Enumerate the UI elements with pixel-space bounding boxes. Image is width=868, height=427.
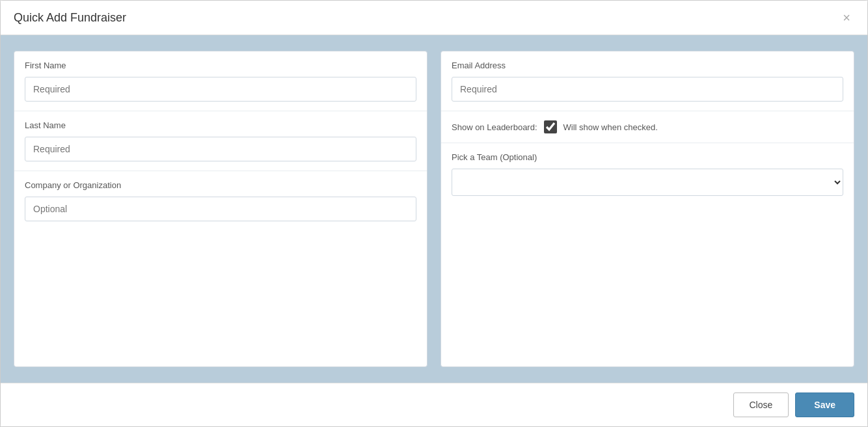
close-button[interactable]: Close	[733, 393, 789, 417]
email-field: Email Address	[441, 51, 854, 111]
company-input[interactable]	[25, 197, 416, 221]
leaderboard-row: Show on Leaderboard: Will show when chec…	[441, 111, 854, 143]
company-field: Company or Organization	[14, 171, 427, 230]
save-button[interactable]: Save	[795, 393, 854, 417]
first-name-input[interactable]	[25, 77, 416, 102]
company-label: Company or Organization	[25, 180, 416, 190]
first-name-field: First Name	[14, 51, 427, 111]
dialog-body: First Name Last Name Company or Organiza…	[1, 35, 867, 383]
last-name-label: Last Name	[25, 120, 416, 130]
left-panel: First Name Last Name Company or Organiza…	[14, 51, 427, 367]
last-name-input[interactable]	[25, 137, 416, 161]
email-input[interactable]	[452, 77, 843, 102]
quick-add-fundraiser-dialog: Quick Add Fundraiser × First Name Last N…	[0, 0, 868, 427]
leaderboard-hint: Will show when checked.	[563, 122, 658, 132]
dialog-footer: Close Save	[1, 383, 867, 426]
team-field: Pick a Team (Optional)	[441, 143, 854, 205]
dialog-header: Quick Add Fundraiser ×	[1, 1, 867, 35]
leaderboard-label: Show on Leaderboard:	[452, 122, 537, 132]
team-select[interactable]	[452, 169, 843, 196]
right-panel: Email Address Show on Leaderboard: Will …	[441, 51, 854, 367]
leaderboard-checkbox[interactable]	[544, 120, 557, 133]
dialog-title: Quick Add Fundraiser	[14, 11, 126, 25]
email-label: Email Address	[452, 61, 843, 70]
close-x-button[interactable]: ×	[839, 10, 854, 25]
first-name-label: First Name	[25, 61, 416, 70]
last-name-field: Last Name	[14, 111, 427, 171]
team-label: Pick a Team (Optional)	[452, 152, 843, 162]
